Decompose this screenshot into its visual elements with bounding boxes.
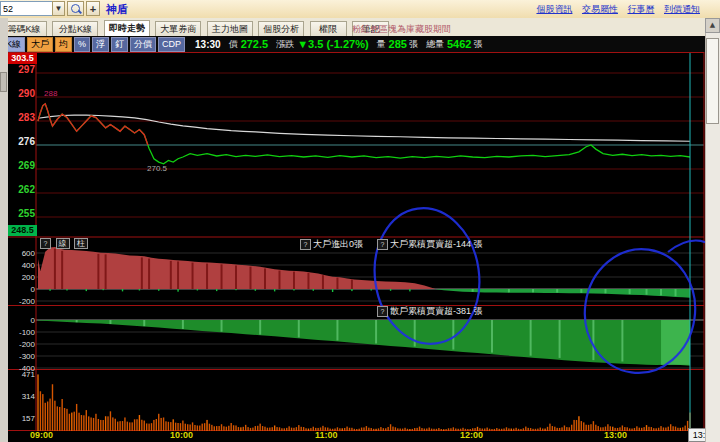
total-volume-value: 5462	[447, 38, 471, 50]
panel1-tick: -200	[8, 297, 35, 306]
help-icon[interactable]: ?	[300, 239, 311, 250]
search-button[interactable]	[67, 1, 84, 16]
total-volume-label: 總量	[426, 38, 444, 51]
panel2-tick: -100	[8, 328, 35, 337]
panel1-tick: 200	[8, 273, 35, 282]
toolbar-float-button[interactable]: 浮	[92, 37, 109, 52]
treasury-stock-note: 粉紅色區塊為庫藏股期間	[352, 23, 451, 36]
panel1-tick: 0	[8, 285, 35, 294]
tab-big-orders[interactable]: 大單券商	[155, 21, 201, 36]
tab-realtime-trend[interactable]: 即時走勢	[104, 20, 150, 36]
volume-label: 量	[377, 38, 386, 51]
tab-branch-kline[interactable]: 分點K線	[52, 21, 98, 36]
price-tick: 290	[8, 88, 35, 99]
help-icon[interactable]: ?	[377, 239, 388, 250]
price-tick: 269	[8, 160, 35, 171]
volume-tick: 314	[8, 392, 35, 401]
scrollbar-thumb[interactable]	[706, 38, 719, 124]
symbol-dropdown-arrow[interactable]: ▼	[52, 1, 65, 16]
volume-tick: 157	[8, 414, 35, 423]
panel1-display-options: ? 線 柱	[40, 238, 90, 249]
stock-app-window: ▼ + 神盾 個股資訊 交易屬性 行事曆 到價通知 籌碼K線 分點K線 即時走勢…	[0, 0, 720, 442]
bar-mode-button[interactable]: 柱	[74, 238, 88, 249]
time-tick: 13:00	[604, 430, 627, 440]
total-volume-unit: 張	[473, 38, 482, 51]
toolbar-avg-button[interactable]: 均	[55, 37, 72, 52]
stock-name: 神盾	[106, 2, 128, 17]
panel2-tick: -300	[8, 352, 35, 361]
big-holder-cum-label: ?大戶累積買賣超-144 張	[377, 238, 483, 251]
quote-time: 13:30	[195, 39, 221, 50]
panel1-tick: 400	[8, 261, 35, 270]
top-symbol-bar: ▼ + 神盾 個股資訊 交易屬性 行事曆 到價通知	[0, 0, 720, 18]
time-tick: 12:00	[460, 430, 483, 440]
tab-main-force-map[interactable]: 主力地圖	[207, 21, 253, 36]
retail-cum-label: ?散戶累積買賣超-381 張	[377, 305, 483, 318]
side-panel-handle[interactable]	[0, 72, 7, 92]
limit-down-badge: 248.5	[8, 225, 37, 236]
toolbar-price-dist-button[interactable]: 分價	[130, 37, 156, 52]
price-value: 272.5	[241, 38, 269, 50]
search-icon	[71, 4, 80, 13]
link-stock-info[interactable]: 個股資訊	[536, 4, 572, 14]
line-mode-button[interactable]: 線	[56, 238, 70, 249]
dip-low-label: 270.5	[147, 164, 167, 173]
link-price-alert[interactable]: 到價通知	[664, 4, 700, 14]
tab-permission[interactable]: 權限	[310, 21, 347, 36]
link-calendar[interactable]: 行事曆	[627, 4, 654, 14]
panel1-tick: 600	[8, 249, 35, 258]
link-trade-attr[interactable]: 交易屬性	[582, 4, 618, 14]
big-holder-net-label: ?大戶進出0張	[300, 238, 363, 251]
panel2-tick: 0	[8, 316, 35, 325]
toolbar-cdp-button[interactable]: CDP	[158, 37, 185, 52]
add-symbol-button[interactable]: +	[86, 1, 100, 16]
change-label: 漲跌	[276, 38, 294, 51]
chart-toolbar: K線 大戶 均 % 浮 釘 分價 CDP 13:30 價 272.5 漲跌 ▼3…	[0, 36, 705, 52]
volume-unit: 張	[409, 38, 418, 51]
top-links: 個股資訊 交易屬性 行事曆 到價通知	[529, 3, 700, 16]
volume-value: 285	[389, 38, 407, 50]
limit-up-badge: 303.5	[8, 53, 37, 64]
intraday-chart-area[interactable]: 303.5 248.5 297 290 283 276 269 262 255 …	[8, 52, 705, 442]
left-panel-strip	[0, 18, 8, 442]
price-tick: 255	[8, 208, 35, 219]
tab-stock-analysis[interactable]: 個股分析	[258, 21, 304, 36]
time-tick: 11:00	[315, 430, 338, 440]
change-value: ▼3.5 (-1.27%)	[297, 38, 368, 50]
price-tick: 283	[8, 112, 35, 123]
time-tick: 10:00	[170, 430, 193, 440]
volume-tick: 471	[8, 370, 35, 379]
toolbar-percent-button[interactable]: %	[74, 37, 90, 52]
price-label: 價	[229, 38, 238, 51]
toolbar-pin-button[interactable]: 釘	[111, 37, 128, 52]
price-tick: 262	[8, 184, 35, 195]
symbol-input[interactable]	[0, 1, 54, 16]
price-tick-prev-close: 276	[8, 136, 35, 147]
day-high-label: 288	[44, 89, 57, 98]
panel2-tick: -200	[8, 340, 35, 349]
time-tick: 09:00	[30, 430, 53, 440]
price-tick: 297	[8, 64, 35, 75]
help-icon[interactable]: ?	[40, 238, 51, 249]
toolbar-bigholder-button[interactable]: 大戶	[27, 37, 53, 52]
scrollbar-up-arrow[interactable]: ▲	[705, 18, 720, 33]
help-icon[interactable]: ?	[377, 306, 388, 317]
tab-bar: 籌碼K線 分點K線 即時走勢 大單券商 主力地圖 個股分析 權限 筆記 粉紅色區…	[0, 18, 720, 37]
